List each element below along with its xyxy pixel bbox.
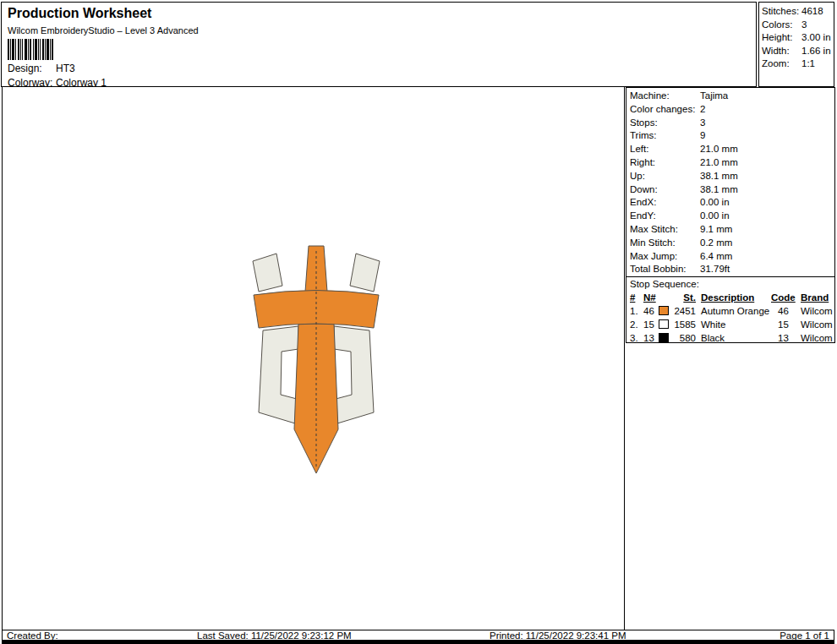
footer-divider-bar xyxy=(2,640,834,644)
stop-sequence-row: 1. 46 2451 Autumn Orange 46 Wilcom xyxy=(626,304,834,318)
stat-row-colors: Colors:3 xyxy=(762,19,834,32)
stat-row-width: Width:1.66 in xyxy=(762,45,834,58)
stat-value: 1:1 xyxy=(801,57,815,71)
machine-info-value: 0.00 in xyxy=(700,196,730,210)
stop-sequence-row: 3. 13 580 Black 13 Wilcom xyxy=(626,331,834,345)
app-subtitle: Wilcom EmbroideryStudio – Level 3 Advanc… xyxy=(8,25,199,35)
machine-info-value: 0.2 mm xyxy=(700,237,732,250)
machine-info-row: Total Bobbin:31.79ft xyxy=(626,263,834,276)
row-num: 1. xyxy=(630,304,643,318)
machine-info-row: Color changes:2 xyxy=(626,103,834,117)
stat-value: 3.00 in xyxy=(801,31,831,45)
row-n: 15 xyxy=(643,318,659,331)
design-label: Design: xyxy=(8,63,56,74)
thread-color-swatch xyxy=(659,333,669,342)
machine-info-value: Tajima xyxy=(700,90,728,103)
design-value: HT3 xyxy=(56,63,75,74)
row-st: 580 xyxy=(674,331,696,345)
stat-value: 1.66 in xyxy=(801,45,831,58)
page-title: Production Worksheet xyxy=(8,6,151,21)
machine-info-label: Trims: xyxy=(630,129,700,143)
machine-info-rows: Machine:Tajima Color changes:2 Stops:3 T… xyxy=(626,88,834,276)
machine-info-label: Right: xyxy=(630,156,700,170)
row-code: 46 xyxy=(771,304,801,318)
machine-info-value: 3 xyxy=(700,117,705,130)
machine-info-label: EndX: xyxy=(630,196,700,210)
row-description: Autumn Orange xyxy=(699,304,771,318)
machine-info-row: Machine:Tajima xyxy=(626,90,834,103)
stop-sequence-row: 2. 15 1585 White 15 Wilcom xyxy=(626,318,834,331)
machine-info-value: 38.1 mm xyxy=(700,170,738,183)
machine-info-row: Max Jump:6.4 mm xyxy=(626,250,834,264)
machine-info-row: Left:21.0 mm xyxy=(626,143,834,156)
machine-info-panel: Machine:Tajima Color changes:2 Stops:3 T… xyxy=(626,87,835,343)
stats-box: Stitches:4618 Colors:3 Height:3.00 in Wi… xyxy=(758,2,834,87)
thread-color-swatch xyxy=(659,306,669,315)
machine-info-value: 21.0 mm xyxy=(700,156,738,170)
stat-row-stitches: Stitches:4618 xyxy=(762,5,834,19)
stat-label: Zoom: xyxy=(762,57,801,71)
stat-label: Colors: xyxy=(762,19,801,32)
header-n: N# xyxy=(643,291,659,304)
row-n: 13 xyxy=(643,331,659,345)
machine-info-row: EndX:0.00 in xyxy=(626,196,834,210)
machine-info-label: EndY: xyxy=(630,210,700,223)
stat-label: Stitches: xyxy=(762,5,801,19)
machine-info-label: Min Stitch: xyxy=(630,237,700,250)
stat-value: 4618 xyxy=(801,5,823,19)
machine-info-label: Up: xyxy=(630,170,700,183)
design-row: Design:HT3 xyxy=(8,63,75,74)
machine-info-label: Max Jump: xyxy=(630,250,700,264)
machine-info-row: EndY:0.00 in xyxy=(626,210,834,223)
stat-row-zoom: Zoom:1:1 xyxy=(762,57,834,71)
header-st: St. xyxy=(674,291,696,304)
header-box: Production Worksheet Wilcom EmbroiderySt… xyxy=(1,2,757,87)
stat-value: 3 xyxy=(801,19,807,32)
embroidery-design xyxy=(242,239,394,480)
design-canvas xyxy=(2,87,625,630)
stat-row-height: Height:3.00 in xyxy=(762,31,834,45)
row-code: 15 xyxy=(771,318,801,331)
stop-sequence-title: Stop Sequence: xyxy=(626,277,834,291)
machine-info-value: 9.1 mm xyxy=(700,223,732,237)
machine-info-row: Right:21.0 mm xyxy=(626,156,834,170)
row-st: 2451 xyxy=(674,304,696,318)
stat-label: Height: xyxy=(762,31,801,45)
machine-info-row: Max Stitch:9.1 mm xyxy=(626,223,834,237)
bracket-right-shape xyxy=(334,326,374,423)
ribbon-top-right-shape xyxy=(350,254,380,292)
machine-info-row: Up:38.1 mm xyxy=(626,170,834,183)
machine-info-row: Down:38.1 mm xyxy=(626,183,834,197)
machine-info-label: Stops: xyxy=(630,117,700,130)
bracket-left-shape xyxy=(259,326,298,423)
header-code: Code xyxy=(771,291,801,304)
row-st: 1585 xyxy=(674,318,696,331)
stat-label: Width: xyxy=(762,45,801,58)
row-brand: Wilcom xyxy=(801,331,834,345)
header-brand: Brand xyxy=(801,291,834,304)
ribbon-top-left-shape xyxy=(253,254,282,292)
stop-sequence-header-row: # N# St. Description Code Brand xyxy=(626,291,834,304)
machine-info-value: 31.79ft xyxy=(700,263,730,276)
machine-info-label: Down: xyxy=(630,183,700,197)
barcode-icon xyxy=(8,39,53,60)
machine-info-value: 2 xyxy=(700,103,705,117)
production-worksheet-page: Production Worksheet Wilcom EmbroiderySt… xyxy=(0,0,837,644)
row-brand: Wilcom xyxy=(801,304,834,318)
row-brand: Wilcom xyxy=(801,318,834,331)
row-n: 46 xyxy=(643,304,659,318)
machine-info-label: Total Bobbin: xyxy=(630,263,700,276)
machine-info-value: 6.4 mm xyxy=(700,250,732,264)
row-code: 13 xyxy=(771,331,801,345)
header-swatch-gap xyxy=(659,291,674,304)
machine-info-label: Machine: xyxy=(630,90,700,103)
row-num: 2. xyxy=(630,318,643,331)
row-description: Black xyxy=(699,331,771,345)
stop-sequence-section: Stop Sequence: # N# St. Description Code… xyxy=(626,276,834,345)
header-num: # xyxy=(630,291,643,304)
machine-info-row: Stops:3 xyxy=(626,117,834,130)
header-description: Description xyxy=(699,291,771,304)
machine-info-row: Trims:9 xyxy=(626,129,834,143)
thread-color-swatch xyxy=(659,319,669,329)
machine-info-label: Left: xyxy=(630,143,700,156)
